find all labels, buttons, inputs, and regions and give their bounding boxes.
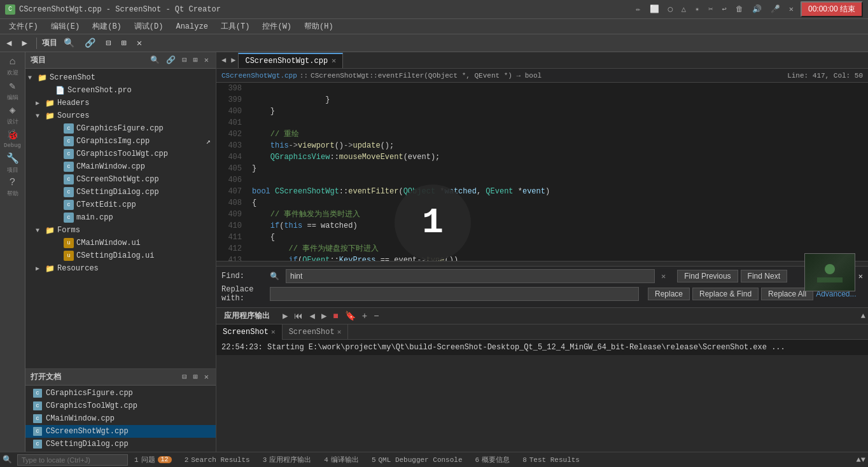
- toolbar-icon-6[interactable]: ✂: [708, 4, 713, 14]
- timer-button[interactable]: 00:00:00 结束: [801, 1, 863, 17]
- bottom-tab-5[interactable]: 6 概要信息: [469, 454, 517, 466]
- tree-root[interactable]: ▼ 📁 ScreenShot: [25, 71, 216, 84]
- open-doc-4[interactable]: c CSettingDialog.cpp: [25, 438, 216, 450]
- replace-input[interactable]: [270, 287, 639, 301]
- bottom-tab-1[interactable]: 2 Search Results: [178, 455, 256, 465]
- bottom-search[interactable]: [17, 454, 128, 466]
- output-run-btn[interactable]: ▶: [280, 310, 290, 322]
- find-clear-btn[interactable]: ✕: [659, 271, 668, 282]
- toolbar-chain[interactable]: 🔗: [81, 36, 99, 50]
- find-input[interactable]: [286, 269, 655, 283]
- editor-hscrollbar[interactable]: [216, 261, 868, 266]
- close-icon[interactable]: ✕: [789, 4, 794, 14]
- breadcrumb-file[interactable]: CScreenShotWgt.cpp: [221, 72, 297, 80]
- bottom-tab-2[interactable]: 3 应用程序输出: [256, 454, 318, 466]
- toolbar-maximize[interactable]: ⊞: [117, 36, 130, 50]
- output-next-btn[interactable]: ▶: [319, 310, 329, 322]
- menu-analyze[interactable]: Analyze: [169, 21, 214, 32]
- toolbar-close[interactable]: ✕: [133, 36, 146, 50]
- code-content[interactable]: } } // 重绘 this->viewport()->update(); QG…: [247, 83, 868, 261]
- sidebar-btn-design[interactable]: ◈ 设计: [1, 103, 24, 126]
- toolbar-icon-3[interactable]: ◯: [668, 4, 673, 14]
- tree-pro-file[interactable]: 📄 ScreenShot.pro: [25, 84, 216, 97]
- toolbar-icon-4[interactable]: △: [682, 4, 686, 14]
- output-prev-btn[interactable]: ◀: [307, 310, 317, 322]
- menu-widgets[interactable]: 控件(W): [256, 20, 298, 33]
- mic-icon[interactable]: 🎤: [771, 4, 780, 14]
- tab-nav-left[interactable]: ◀: [219, 54, 228, 66]
- open-doc-0[interactable]: c CGraphicsFigure.cpp: [25, 387, 216, 400]
- tree-file-3[interactable]: c CMainWindow.cpp: [25, 160, 216, 173]
- editor-tab-active[interactable]: CScreenShotWgt.cpp ✕: [238, 53, 343, 68]
- panel-close-btn[interactable]: ✕: [202, 55, 211, 66]
- toolbar-forward[interactable]: ▶: [18, 36, 31, 50]
- output-minus-btn[interactable]: −: [371, 310, 381, 322]
- open-docs-float[interactable]: ⊞: [192, 372, 200, 382]
- tree-sources[interactable]: ▼ 📁 Sources: [25, 109, 216, 122]
- trash-icon[interactable]: 🗑: [736, 4, 743, 14]
- panel-collapse-btn[interactable]: ⊟: [180, 55, 188, 66]
- open-docs-close[interactable]: ✕: [202, 372, 211, 382]
- tree-file-7[interactable]: c main.cpp: [25, 211, 216, 224]
- find-previous-btn[interactable]: Find Previous: [677, 270, 738, 282]
- menu-edit[interactable]: 编辑(E): [45, 20, 87, 33]
- tree-resources[interactable]: ▶ 📁 Resources: [25, 262, 216, 275]
- bottom-scroll-up[interactable]: ▲: [857, 456, 861, 464]
- find-close-btn[interactable]: ✕: [858, 272, 863, 281]
- sidebar-btn-welcome[interactable]: ⌂ 欢迎: [1, 55, 24, 78]
- open-doc-3[interactable]: c CScreenShotWgt.cpp: [25, 425, 216, 438]
- tab-close-btn[interactable]: ✕: [332, 56, 336, 66]
- tree-file-5[interactable]: c CSettingDialog.cpp: [25, 186, 216, 199]
- menu-tools[interactable]: 工具(T): [214, 20, 256, 33]
- menu-help[interactable]: 帮助(H): [298, 20, 340, 33]
- output-tab-close-1[interactable]: ✕: [337, 328, 342, 336]
- tree-file-4[interactable]: c CScreenShotWgt.cpp: [25, 173, 216, 186]
- open-doc-1[interactable]: c CGraphicsToolWgt.cpp: [25, 400, 216, 412]
- bottom-tab-6[interactable]: 8 Test Results: [516, 455, 586, 465]
- toolbar-icon-2[interactable]: ⬜: [650, 4, 659, 14]
- output-bookmark-btn[interactable]: 🔖: [342, 310, 358, 322]
- tree-form-1[interactable]: u CSettingDialog.ui: [25, 249, 216, 262]
- tree-form-0[interactable]: u CMainWindow.ui: [25, 237, 216, 249]
- find-next-btn[interactable]: Find Next: [741, 270, 787, 282]
- output-collapse-btn[interactable]: ▲: [861, 312, 865, 321]
- tree-file-0[interactable]: c CGraphicsFigure.cpp: [25, 122, 216, 135]
- toolbar-filter[interactable]: 🔍: [60, 36, 78, 50]
- toolbar-icon-1[interactable]: ✏️: [636, 4, 640, 14]
- panel-filter-btn[interactable]: 🔍: [148, 55, 162, 66]
- toolbar-icon-5[interactable]: ✴: [695, 4, 699, 14]
- bottom-tab-3[interactable]: 4 编译输出: [318, 454, 365, 466]
- toolbar-collapse[interactable]: ⊟: [102, 36, 115, 50]
- code-editor[interactable]: 1 398399400401402 403404405406407 408409…: [216, 83, 868, 261]
- toolbar-back[interactable]: ◀: [3, 36, 15, 50]
- replace-and-find-btn[interactable]: Replace & Find: [692, 288, 759, 300]
- menu-file[interactable]: 文件(F): [3, 20, 45, 33]
- locate-input[interactable]: [22, 456, 123, 464]
- sidebar-btn-projects[interactable]: 🔧 项目: [1, 151, 24, 174]
- output-step-btn[interactable]: ⏮: [291, 310, 305, 322]
- tree-headers[interactable]: ▶ 📁 Headers: [25, 97, 216, 109]
- replace-btn[interactable]: Replace: [648, 288, 690, 300]
- breadcrumb-path[interactable]: CScreenShotWgt::eventFilter(QObject *, Q…: [311, 72, 542, 80]
- open-docs-collapse[interactable]: ⊟: [180, 372, 188, 382]
- tree-file-6[interactable]: c CTextEdit.cpp: [25, 199, 216, 211]
- bottom-tab-4[interactable]: 5 QML Debugger Console: [365, 455, 469, 465]
- sidebar-btn-edit[interactable]: ✎ 编辑: [1, 79, 24, 102]
- menu-build[interactable]: 构建(B): [86, 20, 128, 33]
- output-tab-0[interactable]: ScreenShot ✕: [216, 324, 283, 340]
- sidebar-btn-help[interactable]: ? 帮助: [1, 176, 24, 199]
- speaker-icon[interactable]: 🔊: [752, 4, 762, 14]
- tree-forms[interactable]: ▼ 📁 Forms: [25, 224, 216, 237]
- menu-debug[interactable]: 调试(D): [128, 20, 170, 33]
- open-doc-2[interactable]: c CMainWindow.cpp: [25, 412, 216, 425]
- output-add-btn[interactable]: +: [360, 310, 370, 322]
- bottom-tab-0[interactable]: 1 问题 12: [128, 454, 178, 466]
- output-tab-close-0[interactable]: ✕: [271, 328, 276, 336]
- panel-float-btn[interactable]: ⊞: [192, 55, 200, 66]
- tab-nav-right[interactable]: ▶: [228, 54, 238, 66]
- sidebar-btn-debug[interactable]: 🐞 Debug: [1, 127, 24, 150]
- output-tab-1[interactable]: ScreenShot ✕: [283, 324, 349, 340]
- panel-link-btn[interactable]: 🔗: [164, 55, 178, 66]
- undo-icon[interactable]: ↩: [722, 4, 726, 14]
- tree-file-2[interactable]: c CGraphicsToolWgt.cpp: [25, 148, 216, 160]
